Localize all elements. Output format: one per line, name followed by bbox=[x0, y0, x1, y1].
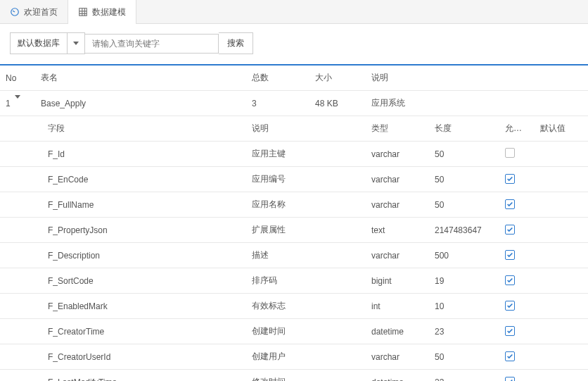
nested-row[interactable]: F_LastModifyTime修改时间datetime23 bbox=[0, 370, 588, 381]
field-type: bigint bbox=[366, 270, 429, 292]
field-type: int bbox=[366, 295, 429, 318]
field-name: F_FullName bbox=[42, 194, 246, 216]
checkbox-icon[interactable] bbox=[505, 275, 515, 285]
nested-header: 字段 说明 类型 长度 允许空 默认值 bbox=[0, 116, 588, 142]
field-type: varchar bbox=[366, 244, 429, 267]
nested-row[interactable]: F_Id应用主键varchar50 bbox=[0, 142, 588, 167]
checkbox-icon[interactable] bbox=[505, 225, 515, 235]
col-len: 长度 bbox=[429, 116, 499, 141]
field-len: 10 bbox=[429, 295, 499, 318]
table-header: No 表名 总数 大小 说明 bbox=[0, 65, 588, 91]
field-name: F_CreatorUserId bbox=[42, 346, 246, 368]
field-desc: 应用主键 bbox=[246, 142, 366, 166]
field-name: F_CreatorTime bbox=[42, 320, 246, 343]
checkbox-icon[interactable] bbox=[505, 174, 515, 184]
row-desc: 应用系统 bbox=[366, 91, 577, 115]
field-len: 50 bbox=[429, 168, 499, 191]
col-field: 字段 bbox=[42, 116, 246, 141]
nested-row[interactable]: F_SortCode排序码bigint19 bbox=[0, 268, 588, 294]
dashboard-icon bbox=[10, 7, 20, 17]
field-name: F_Description bbox=[42, 244, 246, 267]
field-default bbox=[535, 148, 577, 161]
field-nullable bbox=[499, 269, 535, 292]
field-name: F_LastModifyTime bbox=[42, 371, 246, 382]
field-len: 500 bbox=[429, 244, 499, 267]
tab-data-model[interactable]: 数据建模 bbox=[68, 0, 136, 24]
toolbar: 默认数据库 搜索 bbox=[0, 24, 588, 64]
nested-row[interactable]: F_PropertyJson扩展属性text2147483647 bbox=[0, 218, 588, 243]
field-desc: 应用编号 bbox=[246, 167, 366, 192]
field-len: 50 bbox=[429, 194, 499, 216]
checkbox-icon[interactable] bbox=[505, 301, 515, 311]
field-type: varchar bbox=[366, 194, 429, 216]
field-nullable bbox=[499, 244, 535, 267]
nested-row[interactable]: F_CreatorTime创建时间datetime23 bbox=[0, 319, 588, 344]
field-default bbox=[535, 173, 577, 186]
field-type: varchar bbox=[366, 346, 429, 368]
field-default bbox=[535, 249, 577, 262]
table-row[interactable]: 1 Base_Apply 3 48 KB 应用系统 bbox=[0, 91, 588, 116]
col-desc: 说明 bbox=[366, 65, 577, 90]
row-size: 48 KB bbox=[309, 92, 366, 115]
checkbox-icon[interactable] bbox=[505, 199, 515, 209]
field-type: text bbox=[366, 219, 429, 242]
field-len: 23 bbox=[429, 371, 499, 382]
col-field-desc: 说明 bbox=[246, 116, 366, 141]
field-default bbox=[535, 376, 577, 382]
col-nullable: 允许空 bbox=[499, 116, 535, 141]
field-type: varchar bbox=[366, 143, 429, 165]
field-desc: 扩展属性 bbox=[246, 218, 366, 242]
field-type: varchar bbox=[366, 168, 429, 191]
field-default bbox=[535, 325, 577, 338]
tab-label: 数据建模 bbox=[92, 6, 126, 18]
col-type: 类型 bbox=[366, 116, 429, 141]
tab-label: 欢迎首页 bbox=[24, 6, 58, 18]
checkbox-icon[interactable] bbox=[505, 377, 515, 381]
col-name: 表名 bbox=[35, 65, 246, 90]
field-default bbox=[535, 224, 577, 237]
field-len: 23 bbox=[429, 320, 499, 343]
checkbox-icon[interactable] bbox=[505, 148, 515, 158]
field-desc: 排序码 bbox=[246, 268, 366, 293]
field-nullable bbox=[499, 168, 535, 191]
field-name: F_EnabledMark bbox=[42, 295, 246, 318]
field-nullable bbox=[499, 218, 535, 242]
field-nullable bbox=[499, 193, 535, 216]
db-select-label[interactable]: 默认数据库 bbox=[10, 32, 68, 54]
chevron-down-icon[interactable] bbox=[15, 99, 20, 108]
field-type: datetime bbox=[366, 371, 429, 382]
nested-row[interactable]: F_CreatorUserId创建用户varchar50 bbox=[0, 344, 588, 370]
field-desc: 描述 bbox=[246, 243, 366, 268]
search-button[interactable]: 搜索 bbox=[219, 32, 253, 54]
nested-row[interactable]: F_FullName应用名称varchar50 bbox=[0, 192, 588, 218]
grid-icon bbox=[78, 7, 88, 17]
row-name: Base_Apply bbox=[35, 92, 246, 115]
row-total: 3 bbox=[246, 92, 309, 115]
field-desc: 创建用户 bbox=[246, 344, 366, 369]
field-nullable bbox=[499, 345, 535, 368]
field-default bbox=[535, 199, 577, 211]
chevron-down-icon[interactable] bbox=[68, 32, 85, 54]
field-name: F_PropertyJson bbox=[42, 219, 246, 242]
tab-bar: 欢迎首页 数据建模 bbox=[0, 0, 588, 24]
field-name: F_Id bbox=[42, 143, 246, 165]
field-desc: 创建时间 bbox=[246, 319, 366, 344]
tab-welcome[interactable]: 欢迎首页 bbox=[0, 0, 68, 24]
field-desc: 修改时间 bbox=[246, 370, 366, 381]
checkbox-icon[interactable] bbox=[505, 326, 515, 336]
field-len: 19 bbox=[429, 270, 499, 292]
field-len: 50 bbox=[429, 346, 499, 368]
field-name: F_EnCode bbox=[42, 168, 246, 191]
field-default bbox=[535, 275, 577, 287]
checkbox-icon[interactable] bbox=[505, 351, 515, 361]
field-nullable bbox=[499, 320, 535, 343]
field-default bbox=[535, 300, 577, 313]
nested-row[interactable]: F_EnCode应用编号varchar50 bbox=[0, 167, 588, 192]
field-len: 2147483647 bbox=[429, 219, 499, 242]
nested-row[interactable]: F_EnabledMark有效标志int10 bbox=[0, 294, 588, 319]
checkbox-icon[interactable] bbox=[505, 250, 515, 260]
search-input[interactable] bbox=[85, 34, 219, 54]
db-select[interactable]: 默认数据库 bbox=[10, 32, 85, 54]
col-default: 默认值 bbox=[535, 116, 577, 141]
nested-row[interactable]: F_Description描述varchar500 bbox=[0, 243, 588, 268]
